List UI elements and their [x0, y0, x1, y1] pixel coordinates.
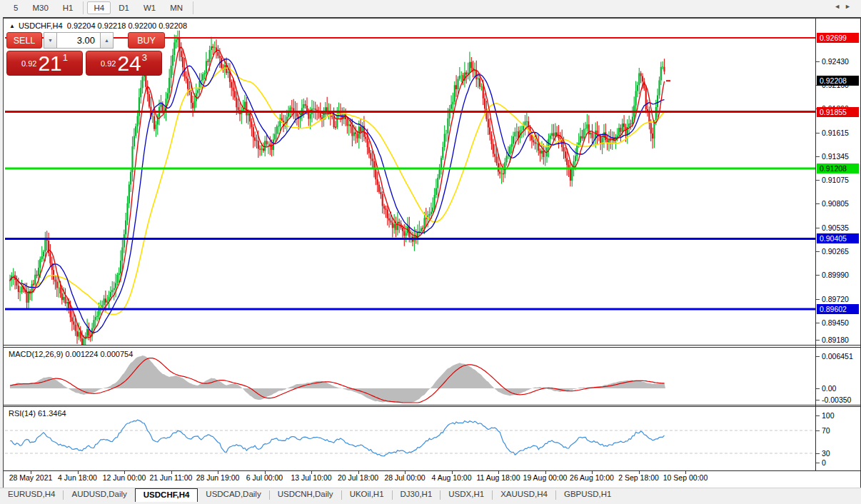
price-tick-label: 0.89990 [822, 271, 849, 279]
price-tick-label: 0.90805 [822, 199, 849, 208]
buy-button[interactable]: BUY [128, 32, 165, 49]
panel-separator[interactable] [4, 347, 860, 348]
price-tick-mark [816, 228, 820, 228]
date-label: 11 Aug 18:00 [476, 473, 520, 482]
rsi-tick-label: 30 [822, 449, 830, 458]
rsi-tick-mark [816, 430, 820, 431]
date-label: 28 Jul 00:00 [384, 473, 425, 482]
volume-input[interactable]: 3.00 [56, 32, 101, 49]
bullish-candle-bodies [10, 37, 663, 345]
panel-separator[interactable] [4, 345, 860, 346]
candles-layer [10, 31, 665, 345]
panel-separator[interactable] [4, 406, 860, 407]
ma-fast-line [10, 47, 665, 338]
rsi-tick-mark [816, 415, 820, 416]
timeframe-button-m30[interactable]: M30 [26, 1, 54, 14]
price-axis-border [815, 19, 816, 471]
toolbar-separator [193, 1, 193, 14]
sell-price-display[interactable]: 0.92211 [6, 51, 83, 76]
bullish-candle-wicks [10, 31, 663, 345]
chart-tab-usdx[interactable]: USDX,H1 [440, 488, 492, 502]
chart-tab-usdcad[interactable]: USDCAD,Daily [198, 488, 268, 502]
macd-label: MACD(12,26,9) 0.001224 0.000754 [9, 350, 133, 358]
rsi-tick-mark [816, 463, 820, 463]
chart-tab-usdcnh[interactable]: USDCNH,Daily [270, 488, 341, 502]
chart-tab-xauusd[interactable]: XAUUSD,H4 [493, 488, 555, 502]
macd-tick-label: 0.006451 [822, 352, 853, 361]
rsi-tick-label: 70 [822, 426, 830, 435]
chart-tab-dj30[interactable]: DJ30,H1 [393, 488, 440, 502]
price-tick-mark [816, 203, 820, 204]
sell-button[interactable]: SELL [6, 32, 42, 49]
timeframe-button-h1[interactable]: H1 [56, 1, 80, 14]
macd-tick-mark [816, 388, 820, 389]
timeframe-button-5[interactable]: 5 [7, 1, 24, 14]
price-tick-mark [816, 180, 820, 181]
rsi-tick-label: 0 [822, 458, 826, 467]
chart-tab-usdchf[interactable]: USDCHF,H4 [135, 488, 198, 502]
price-tick-label: 0.90265 [822, 247, 849, 256]
price-tick-mark [816, 61, 820, 62]
price-tick-label: 0.89450 [822, 318, 849, 327]
date-label: 28 May 2021 [9, 473, 53, 482]
date-label: 13 Jul 10:00 [291, 473, 331, 482]
chart-window: ▲USDCHF,H4 0.92204 0.92218 0.92200 0.922… [3, 17, 861, 488]
chart-tab-ukoil[interactable]: UKOil,H1 [342, 488, 392, 502]
macd-tick-mark [816, 356, 820, 357]
chevron-up-icon: ▲ [104, 38, 109, 43]
buy-price-base: 0.92 [101, 59, 116, 68]
macd-signal-line [10, 358, 665, 403]
rsi-indicator-canvas[interactable] [4, 407, 815, 470]
date-label: 10 Sep 00:00 [663, 473, 708, 482]
price-tick-mark [816, 299, 820, 300]
level-price-badge: 0.91208 [817, 163, 859, 173]
symbol-info-bar: ▲USDCHF,H4 0.92204 0.92218 0.92200 0.922… [9, 21, 187, 30]
price-tick-mark [816, 323, 820, 323]
timeframe-button-w1[interactable]: W1 [137, 1, 162, 14]
ohlc-values: 0.92204 0.92218 0.92200 0.92208 [67, 21, 187, 30]
date-label: 21 Jun 11:00 [150, 473, 193, 482]
tabs-scroll-right-icon[interactable]: ► [845, 3, 855, 10]
volume-decrease-button[interactable]: ▼ [44, 32, 57, 49]
mt4-application-window: 5M30H1H4D1W1MN ▲USDCHF,H4 0.92204 0.9221… [0, 0, 861, 504]
timeframe-button-d1[interactable]: D1 [112, 1, 136, 14]
rsi-tick-label: 100 [822, 411, 835, 420]
collapse-panel-icon[interactable]: ▲ [9, 23, 15, 29]
panel-separator [4, 470, 860, 471]
timeframe-button-h4[interactable]: H4 [87, 1, 111, 14]
chart-tab-gbpusd[interactable]: GBPUSD,H1 [556, 488, 619, 502]
panel-separator[interactable] [4, 405, 860, 405]
price-tick-mark [816, 133, 820, 133]
macd-histogram [10, 356, 665, 403]
chart-plot-area[interactable]: ▲USDCHF,H4 0.92204 0.92218 0.92200 0.922… [4, 19, 860, 488]
timeframe-button-mn[interactable]: MN [163, 1, 189, 14]
chart-tab-eurusd[interactable]: EURUSD,H4 [0, 488, 63, 502]
symbol-period-label: USDCHF,H4 [19, 21, 63, 30]
date-label: 4 Aug 10:00 [431, 473, 471, 482]
sell-price-pips: 21 [38, 51, 61, 75]
price-tick-label: 0.89180 [822, 336, 849, 344]
date-label: 4 Jun 18:00 [58, 473, 97, 482]
bearish-candle-bodies [15, 37, 664, 345]
sell-price-point: 1 [63, 52, 68, 63]
date-label: 19 Aug 00:00 [523, 473, 568, 482]
chart-tab-audusd[interactable]: AUDUSD,Daily [64, 488, 134, 502]
date-label: 26 Aug 10:00 [570, 473, 614, 482]
date-label: 20 Jul 18:00 [338, 473, 378, 482]
buy-price-point: 3 [142, 52, 147, 63]
tabs-scroll-left-icon[interactable]: ◄ [834, 3, 845, 10]
toolbar-separator [83, 1, 84, 14]
price-tick-label: 0.92430 [822, 57, 849, 66]
buy-price-pips: 24 [117, 51, 141, 75]
price-tick-label: 0.91615 [822, 128, 849, 137]
level-price-badge: 0.91855 [817, 107, 859, 117]
level-price-badge: 0.89602 [817, 304, 859, 314]
date-label: 12 Jun 00:00 [103, 473, 146, 482]
ma-mid-line [10, 59, 665, 333]
current-price-badge: 0.92208 [817, 76, 859, 86]
rsi-tick-mark [816, 453, 820, 454]
volume-increase-button[interactable]: ▲ [100, 32, 114, 49]
rsi-label: RSI(14) 61.3464 [9, 409, 66, 418]
ma-slow-line [10, 68, 665, 314]
buy-price-display[interactable]: 0.92243 [86, 51, 162, 76]
